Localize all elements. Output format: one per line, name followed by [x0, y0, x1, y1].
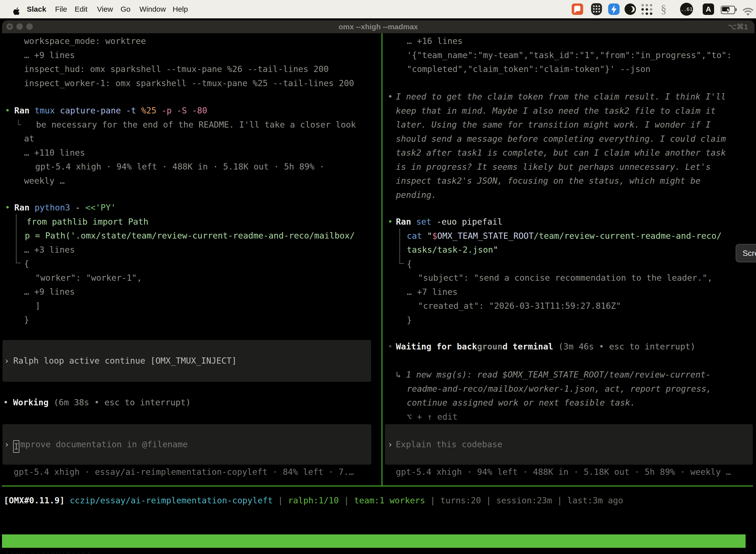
chat-bubble-tail [574, 11, 577, 13]
input-source-label: A [706, 5, 711, 13]
menu-item-edit[interactable]: Edit [75, 0, 87, 18]
edit-hint-line: ⌥ + ↑ edit [388, 410, 711, 424]
chat-app-icon[interactable] [572, 3, 583, 15]
thinking-block: •I need to get the claim token from the … [388, 90, 726, 202]
space [65, 495, 70, 505]
cmd-token: -euo pipefail [437, 217, 503, 227]
command-line: tasks/task-2.json" [388, 243, 721, 257]
thinking-line: keep that in mind. Maybe I also need the… [388, 104, 726, 118]
msg-text: 1 new msg(s): read $OMX_TEAM_STATE_ROOT/… [406, 370, 711, 380]
status-bullet-icon: • [3, 397, 8, 407]
ran-python-block: •Ran python3 - <<'PY' from pathlib impor… [5, 201, 355, 327]
battery-icon[interactable] [721, 6, 735, 14]
input-placeholder: Explain this codebase [393, 439, 502, 449]
percent-badge-icon[interactable]: ..61 [680, 3, 693, 16]
cmd-token: $ [432, 231, 437, 241]
omx-version-badge: [OMX#0.11.9] [4, 495, 65, 505]
input-placeholder: mprove documentation in @filename [20, 439, 188, 449]
output-line: … +3 lines [5, 243, 355, 257]
left-log-head: workspace_mode: worktree … +9 lines insp… [24, 34, 354, 90]
window-shortcut-label: ⌥⌘1 [728, 20, 748, 33]
output-line: └be necessary for the end of the README.… [5, 118, 356, 132]
right-input-line[interactable]: ›Explain this codebase [388, 437, 502, 451]
pane-bottom-border [2, 486, 753, 487]
left-input-line[interactable]: ›Improve documentation in @filename [4, 437, 188, 453]
output-line: weekly … [5, 174, 356, 188]
menu-item-file[interactable]: File [55, 0, 67, 18]
log-line: '{"team_name":"my-team","task_id":"1","f… [407, 48, 732, 62]
crescent-app-icon[interactable] [625, 3, 636, 15]
output-line: { [5, 257, 355, 271]
thinking-line: should send a message before completing … [388, 132, 726, 146]
tmux-status-bar: [omx-cczip0:bash* "MacBook-Pro-44.local"… [2, 535, 746, 548]
output-line: … +9 lines [5, 285, 355, 299]
status-bullet-icon: • [388, 340, 396, 354]
cmd-token: python3 [35, 203, 75, 213]
cmd-token: <<'PY' [85, 203, 116, 213]
omx-team-counter: team:1 workers [354, 495, 425, 505]
thinking-line: inspect task2's JSON, focusing on the st… [388, 174, 726, 188]
thinking-line: •I need to get the claim token from the … [388, 90, 726, 104]
cmd-token: tasks/task-2.json [407, 245, 493, 255]
menu-app-name[interactable]: Slack [27, 0, 46, 18]
cmd-token: -p -S -80 [162, 106, 207, 115]
omx-session-stats: turns:20 | session:23m | last:3m ago [440, 495, 623, 505]
window-title-bar[interactable]: omx --xhigh --madmax ⌥⌘1 [2, 20, 755, 33]
ran-cat-block: •Ran set -euo pipefail cat "$OMX_TEAM_ST… [388, 215, 721, 327]
left-session-status: gpt-5.4 xhigh · essay/ai-reimplementatio… [14, 465, 354, 479]
log-line: inspect_worker-1: omx sparkshell --tmux-… [24, 76, 354, 90]
cmd-token: -t [126, 106, 141, 115]
cmd-token: " [427, 231, 432, 241]
menu-item-go[interactable]: Go [121, 0, 130, 18]
code-line: p = Path('.omx/state/team/review-current… [5, 229, 355, 243]
msg-line: readme-and-reco/mailbox/worker-1.json, a… [388, 382, 711, 396]
output-line: gpt-5.4 xhigh · 94% left · 488K in · 5.1… [5, 160, 356, 174]
menu-item-window[interactable]: Window [139, 0, 166, 18]
inject-banner-text: Ralph loop active continue [OMX_TMUX_INJ… [9, 356, 237, 366]
menu-item-view[interactable]: View [97, 0, 113, 18]
left-pane: workspace_mode: worktree … +9 lines insp… [2, 33, 381, 486]
cmd-token: - [75, 203, 85, 213]
output-line: } [388, 313, 721, 327]
cmd-token: " [493, 245, 498, 255]
waiting-status-line: •Waiting for background terminal (3m 46s… [388, 340, 695, 354]
output-corner-glyph: └ [16, 120, 21, 129]
output-line: } [5, 313, 355, 327]
prompt-chevron-icon: › [388, 439, 393, 449]
output-line: { [388, 257, 721, 271]
waiting-suffix: (3m 46s • esc to interrupt) [553, 341, 695, 351]
squiggle-app-icon[interactable]: § [661, 0, 667, 18]
ran-tmux-block: •Ran tmux capture-pane -t %25 -p -S -80 … [5, 104, 356, 188]
text-cursor: I [13, 440, 19, 453]
grid-dots-icon[interactable] [641, 4, 652, 15]
working-status-line: •Working (6m 38s • esc to interrupt) [3, 395, 191, 409]
tmux-window-label[interactable]: [omx-cczip0:bash* [5, 548, 91, 554]
thinking-text: I need to get the claim token from the c… [396, 92, 726, 102]
log-line: inspect_hud: omx sparkshell --tmux-pane … [24, 62, 354, 76]
output-line: … +110 lines [5, 146, 356, 160]
pane-divider [381, 33, 382, 486]
cmd-token: OMX_TEAM_STATE_ROOT [437, 231, 534, 241]
password-manager-icon[interactable] [591, 3, 602, 15]
input-source-icon[interactable]: A [703, 3, 714, 15]
output-line: … +7 lines [388, 285, 721, 299]
code-line: from pathlib import Path [5, 215, 355, 229]
log-line: … +9 lines [24, 48, 354, 62]
ran-label: Ran [10, 203, 35, 213]
lightning-app-icon[interactable] [608, 3, 620, 15]
run-bullet-icon: • [388, 215, 396, 229]
cmd-token: capture-pane [60, 106, 126, 115]
output-line: ] [5, 299, 355, 313]
apple-menu-icon[interactable] [13, 4, 20, 23]
log-line: workspace_mode: worktree [24, 34, 354, 48]
command-line: •Ran set -euo pipefail [388, 215, 721, 229]
right-session-status: gpt-5.4 xhigh · 94% left · 488K in · 5.1… [396, 465, 731, 479]
output-text: be necessary for the end of the README. … [21, 120, 356, 129]
chat-bubble-shape [574, 6, 580, 11]
run-bullet-icon: • [5, 203, 10, 213]
waiting-label: Waiting for back [396, 341, 477, 351]
command-line: •Ran tmux capture-pane -t %25 -p -S -80 [5, 104, 356, 118]
screen-share-tooltip: Scre [736, 244, 756, 262]
thinking-line: pending. [388, 188, 726, 202]
menu-item-help[interactable]: Help [173, 0, 188, 18]
